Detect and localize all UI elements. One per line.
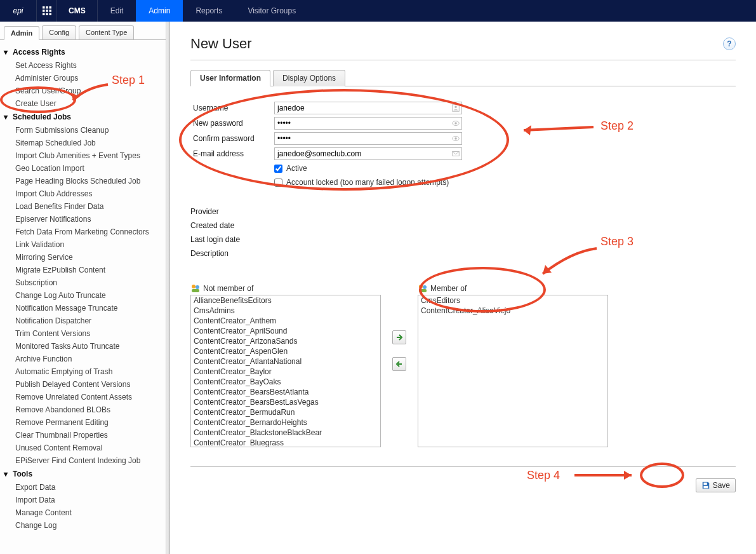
last-login-label: Last login date [190,233,736,247]
nav-admin[interactable]: Admin [136,0,183,22]
svg-rect-2 [49,6,51,9]
group-option[interactable]: ContentCreator_BearsBestAtlanta [191,387,380,397]
tree-item[interactable]: Automatic Emptying of Trash [4,365,169,378]
tree-section-header[interactable]: ▾Access Rights [4,45,169,59]
group-option[interactable]: ContentCreator_Anthem [191,316,380,326]
group-option[interactable]: ContentCreator_BernardoHeights [191,417,380,428]
nav-reports[interactable]: Reports [183,0,235,22]
group-option[interactable]: ContentCreator_BlackstoneBlackBear [191,428,380,438]
locked-checkbox[interactable] [274,179,282,187]
sidebar-tab-content-type[interactable]: Content Type [79,25,134,39]
group-option[interactable]: ContentCreator_AlisoViejo [418,306,607,316]
confirm-password-label: Confirm password [193,134,274,143]
sidebar-tab-admin[interactable]: Admin [4,26,39,40]
active-label: Active [286,164,307,173]
tree-item[interactable]: Subscription [4,276,169,289]
tree-item[interactable]: Notification Message Truncate [4,302,169,314]
tree-item[interactable]: Remove Permanent Editing [4,416,169,429]
tree-item[interactable]: Publish Delayed Content Versions [4,378,169,391]
tree-item[interactable]: Manage Content [4,506,169,519]
email-input[interactable] [274,147,462,160]
tree-item[interactable]: Export Data [4,481,169,494]
tree-item[interactable]: Load Benefits Finder Data [4,200,169,213]
password-eye-icon[interactable] [451,119,460,128]
tree-section-title: Access Rights [13,48,65,57]
group-option[interactable]: CmsAdmins [191,306,380,316]
svg-rect-18 [192,289,199,292]
confirm-password-input[interactable] [274,132,462,145]
tree-item[interactable]: Form Submissions Cleanup [4,124,169,137]
users-icon [418,283,428,294]
main-panel: New User ? User Information Display Opti… [170,22,756,554]
group-option[interactable]: ContentCreator_AtlantaNational [191,356,380,367]
sidebar-resize-handle[interactable] [166,22,169,554]
svg-rect-3 [43,10,45,12]
tree-item[interactable]: Episerver Notifications [4,213,169,226]
tree-item[interactable]: Set Access Rights [4,59,169,72]
group-option[interactable]: ContentCreator_ArizonaSands [191,336,380,346]
add-to-member-button[interactable] [392,330,406,344]
tree-item[interactable]: Monitored Tasks Auto Truncate [4,340,169,353]
new-password-input[interactable] [274,117,462,130]
tab-display-options[interactable]: Display Options [273,70,345,86]
remove-from-member-button[interactable] [392,357,406,371]
tree-item[interactable]: Sitemap Scheduled Job [4,137,169,149]
tab-user-information[interactable]: User Information [190,70,270,86]
sidebar-tab-config[interactable]: Config [42,25,76,39]
svg-rect-1 [46,6,48,9]
tree-item[interactable]: Import Data [4,494,169,506]
group-option[interactable]: AllianceBenefitsEditors [191,295,380,306]
svg-point-20 [423,285,427,289]
nav-visitor-groups[interactable]: Visitor Groups [235,0,308,22]
arrow-right-icon [395,334,403,341]
app-launcher-icon[interactable] [37,0,57,22]
tree-item[interactable]: Change Log Auto Truncate [4,289,169,302]
tree-item[interactable]: Search User/Group [4,84,169,97]
provider-label: Provider [190,205,736,219]
tree-item[interactable]: Remove Unrelated Content Assets [4,391,169,403]
save-button[interactable]: Save [696,478,736,492]
tree-item[interactable]: Trim Content Versions [4,327,169,340]
group-option[interactable]: CmsEditors [418,295,607,306]
active-checkbox[interactable] [274,165,282,173]
tree-item[interactable]: Archive Function [4,353,169,365]
tree-item[interactable]: Page Heading Blocks Scheduled Job [4,175,169,187]
tree-item[interactable]: Administer Groups [4,72,169,84]
tree-item[interactable]: Notification Dispatcher [4,314,169,327]
svg-point-14 [454,137,457,140]
tree-item[interactable]: Migrate EzPublish Content [4,264,169,276]
group-option[interactable]: ContentCreator_BayOaks [191,377,380,387]
password-eye-icon[interactable] [451,134,460,143]
group-option[interactable]: ContentCreator_BermudaRun [191,407,380,417]
username-input[interactable] [274,102,462,114]
member-label: Member of [430,284,467,293]
tree-item[interactable]: Change Log [4,519,169,532]
save-disk-icon [701,481,710,490]
group-option[interactable]: ContentCreator_Bluegrass [191,438,380,447]
tree-section-header[interactable]: ▾Tools [4,467,169,481]
group-option[interactable]: ContentCreator_Baylor [191,367,380,377]
tree-item[interactable]: Create User [4,97,169,110]
nav-edit[interactable]: Edit [98,0,136,22]
tree-item[interactable]: Geo Location Import [4,162,169,175]
email-label: E-mail address [193,149,274,158]
tree-item[interactable]: Clear Thumbnail Properties [4,429,169,442]
tree-item[interactable]: EPiServer Find Content Indexing Job [4,454,169,467]
tree-item[interactable]: Import Club Amenities + Event Types [4,149,169,162]
tree-item[interactable]: Fetch Data From Marketing Connectors [4,226,169,238]
svg-rect-0 [43,6,45,9]
group-option[interactable]: ContentCreator_BearsBestLasVegas [191,397,380,407]
tree-item[interactable]: Unused Content Removal [4,442,169,454]
tree-item[interactable]: Link Validation [4,238,169,251]
help-icon[interactable]: ? [723,37,736,50]
tree-item[interactable]: Mirroring Service [4,251,169,264]
tree-section-header[interactable]: ▾Scheduled Jobs [4,110,169,124]
tree-item[interactable]: Import Club Addresses [4,187,169,200]
not-member-listbox[interactable]: AllianceBenefitsEditorsCmsAdminsContentC… [190,295,381,447]
users-icon [190,283,201,294]
tree-item[interactable]: Remove Abandoned BLOBs [4,403,169,416]
svg-rect-21 [419,289,427,292]
group-option[interactable]: ContentCreator_AprilSound [191,326,380,336]
group-option[interactable]: ContentCreator_AspenGlen [191,346,380,356]
member-listbox[interactable]: CmsEditorsContentCreator_AlisoViejo [418,295,608,447]
